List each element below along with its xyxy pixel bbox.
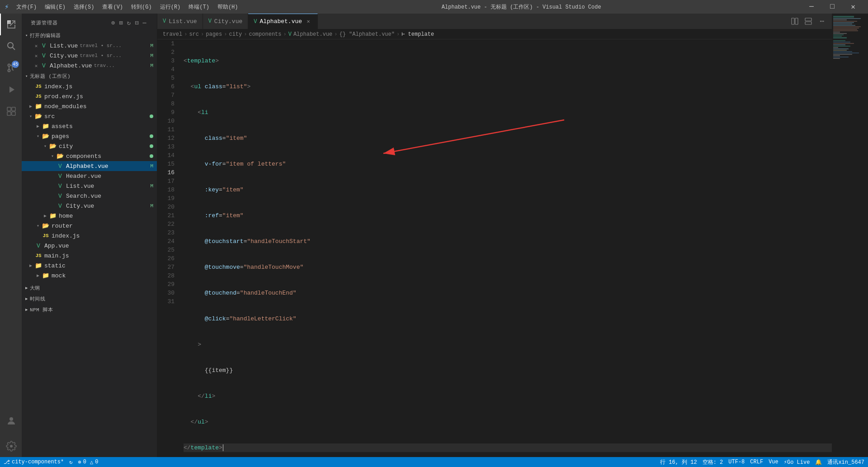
- code-editor[interactable]: 1 2 3 4 5 6 7 8 9 10 11 12 13 14 15 16 1: [157, 39, 832, 457]
- tree-item-list-vue[interactable]: V List.vue M: [22, 181, 157, 191]
- refresh-icon[interactable]: ↻: [126, 18, 132, 28]
- tree-item-components[interactable]: ▾ 📂 components: [22, 151, 157, 161]
- menu-edit[interactable]: 编辑(E): [41, 2, 69, 12]
- tree-item-assets[interactable]: ▶ 📁 assets: [22, 121, 157, 131]
- branch-icon: ⎇: [4, 459, 10, 466]
- alphabet-vue-tree-label: Alphabet.vue: [66, 163, 108, 170]
- code-content[interactable]: <template> <ul class="list"> <li class="…: [180, 39, 832, 457]
- activity-extensions[interactable]: [0, 100, 22, 122]
- minimize-button[interactable]: ─: [801, 0, 822, 14]
- menu-help[interactable]: 帮助(H): [214, 2, 242, 12]
- breadcrumb-pages[interactable]: pages: [206, 31, 222, 38]
- timeline-section[interactable]: ▶ 时间线: [22, 293, 157, 304]
- statusbar-branch[interactable]: ⎇ city-components*: [4, 459, 64, 466]
- open-file-alphabet-vue[interactable]: ✕ V Alphabet.vue trav... M: [22, 61, 157, 71]
- statusbar-spaces[interactable]: 空格: 2: [703, 458, 723, 466]
- sync-icon: ↻: [69, 459, 72, 466]
- workspace-section[interactable]: ▾ 无标题 (工作区): [22, 71, 157, 81]
- router-index-icon: JS: [42, 233, 50, 238]
- breadcrumb-city[interactable]: city: [229, 31, 242, 38]
- activity-account[interactable]: [0, 410, 22, 432]
- breadcrumb-component[interactable]: {} "Alphabet.vue": [340, 31, 395, 38]
- tab-alphabet-vue[interactable]: V Alphabet.vue ✕: [248, 14, 318, 29]
- tree-item-city[interactable]: ▾ 📂 city: [22, 141, 157, 151]
- tree-item-mock[interactable]: ▶ 📁 mock: [22, 271, 157, 281]
- list-vue-badge: M: [150, 43, 153, 48]
- tree-item-router[interactable]: ▾ 📂 router: [22, 221, 157, 231]
- statusbar-golive[interactable]: ⚡Go Live: [784, 459, 810, 466]
- tab-list-vue[interactable]: V List.vue: [157, 14, 203, 29]
- breadcrumb-src[interactable]: src: [189, 31, 199, 38]
- breadcrumb-components[interactable]: components: [249, 31, 281, 38]
- city-vue-tab-icon: V: [208, 18, 212, 24]
- tree-item-search-vue[interactable]: V Search.vue: [22, 191, 157, 201]
- open-file-city-vue[interactable]: ✕ V City.vue travel • sr... M: [22, 51, 157, 61]
- new-file-icon[interactable]: ⊕: [110, 18, 116, 28]
- open-file-list-vue[interactable]: ✕ V List.vue travel • sr... M: [22, 41, 157, 51]
- ln-24: 24: [157, 237, 180, 246]
- activity-settings[interactable]: [0, 435, 22, 457]
- new-folder-icon[interactable]: ⊞: [118, 18, 124, 28]
- npm-section[interactable]: ▶ NPM 脚本: [22, 304, 157, 315]
- minimap: [832, 14, 868, 457]
- tree-item-app-vue[interactable]: V App.vue: [22, 241, 157, 251]
- city-vue-close-icon[interactable]: ✕: [33, 52, 40, 59]
- sidebar-title-label: 资源管理器: [31, 19, 58, 26]
- svg-rect-7: [7, 107, 11, 111]
- statusbar-position[interactable]: 行 16, 列 12: [660, 458, 697, 466]
- tree-item-main-js[interactable]: JS main.js: [22, 251, 157, 261]
- menu-view[interactable]: 查看(V): [99, 2, 127, 12]
- statusbar-errors[interactable]: ⊗ 0 △ 0: [78, 459, 98, 466]
- menu-select[interactable]: 选择(S): [70, 2, 98, 12]
- statusbar-extra[interactable]: 通讯xin_5647: [827, 458, 864, 466]
- maximize-button[interactable]: □: [822, 0, 843, 14]
- breadcrumb-travel[interactable]: travel: [163, 31, 182, 38]
- tree-item-header-vue[interactable]: V Header.vue: [22, 171, 157, 181]
- statusbar-encoding[interactable]: UTF-8: [728, 459, 745, 465]
- tree-item-home[interactable]: ▶ 📁 home: [22, 211, 157, 221]
- tree-item-src[interactable]: ▾ 📂 src: [22, 111, 157, 121]
- home-folder-icon: 📁: [49, 212, 57, 219]
- breadcrumb-template[interactable]: ⊢ template: [401, 31, 434, 38]
- statusbar-notifications[interactable]: 🔔: [815, 459, 822, 466]
- tree-item-node-modules[interactable]: ▶ 📁 node_modules: [22, 101, 157, 111]
- outline-section[interactable]: ▶ 大纲: [22, 282, 157, 293]
- city-vue-tree-icon: V: [56, 203, 64, 210]
- statusbar-sync[interactable]: ↻: [69, 459, 72, 466]
- prod-env-label: prod.env.js: [44, 93, 83, 100]
- open-editors-section[interactable]: ▾ 打开的编辑器: [22, 30, 157, 41]
- router-label: router: [52, 223, 73, 229]
- more-actions-tab-button[interactable]: ⋯: [816, 15, 828, 28]
- tree-item-index-js[interactable]: JS index.js: [22, 81, 157, 91]
- ln-18: 18: [157, 186, 180, 194]
- menu-terminal[interactable]: 终端(T): [185, 2, 213, 12]
- statusbar-language[interactable]: Vue: [769, 459, 778, 465]
- menu-goto[interactable]: 转到(G): [127, 2, 156, 12]
- activity-debug[interactable]: [0, 79, 22, 100]
- menu-run[interactable]: 运行(R): [156, 2, 184, 12]
- alphabet-vue-close-icon[interactable]: ✕: [33, 62, 40, 69]
- activity-explorer[interactable]: [0, 14, 22, 35]
- alphabet-vue-tab-close[interactable]: ✕: [305, 18, 312, 25]
- code-line-7: :ref="item": [184, 211, 832, 220]
- editor-layout-button[interactable]: [802, 15, 815, 28]
- tree-item-static[interactable]: ▶ 📁 static: [22, 261, 157, 271]
- tabs-actions: ⋯: [788, 15, 832, 28]
- tab-city-vue[interactable]: V City.vue: [203, 14, 249, 29]
- ln-21: 21: [157, 211, 180, 220]
- close-button[interactable]: ✕: [843, 0, 863, 14]
- tree-item-prod-env[interactable]: JS prod.env.js: [22, 91, 157, 101]
- menu-file[interactable]: 文件(F): [13, 2, 41, 12]
- activity-search[interactable]: [0, 35, 22, 57]
- tree-item-city-vue[interactable]: V City.vue M: [22, 201, 157, 211]
- split-editor-button[interactable]: [788, 15, 801, 28]
- collapse-icon[interactable]: ⊟: [134, 18, 140, 28]
- activity-source-control[interactable]: 45: [0, 57, 22, 79]
- tree-item-router-index[interactable]: JS index.js: [22, 231, 157, 241]
- statusbar-eol[interactable]: CRLF: [750, 459, 763, 465]
- breadcrumb-alphabet-vue[interactable]: Alphabet.vue: [293, 31, 332, 38]
- more-actions-icon[interactable]: ⋯: [142, 18, 148, 28]
- list-vue-close-icon[interactable]: ✕: [33, 42, 40, 49]
- tree-item-pages[interactable]: ▾ 📂 pages: [22, 131, 157, 141]
- tree-item-alphabet-vue[interactable]: V Alphabet.vue M: [22, 161, 157, 171]
